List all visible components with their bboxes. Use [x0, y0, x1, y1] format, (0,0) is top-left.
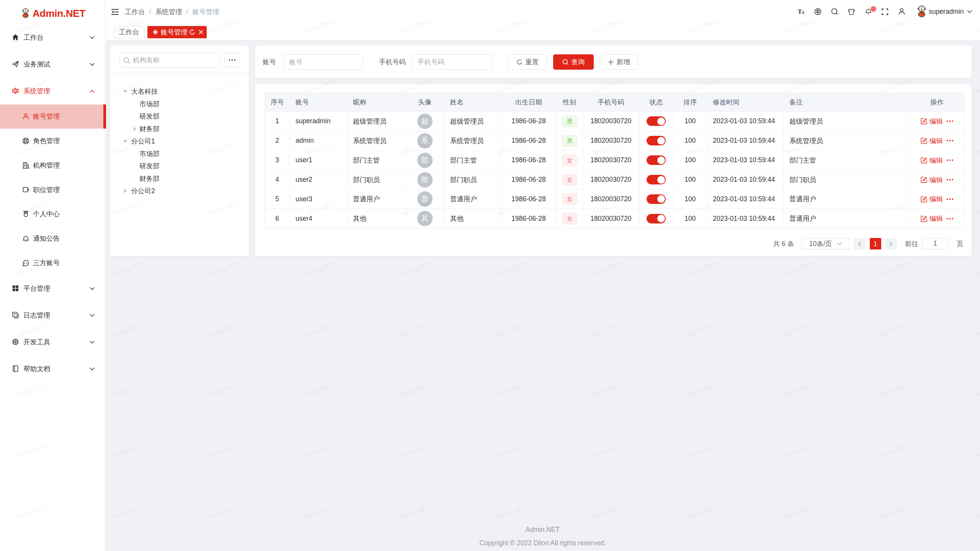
svg-text:T: T: [798, 8, 802, 15]
svg-text:T: T: [802, 11, 804, 15]
